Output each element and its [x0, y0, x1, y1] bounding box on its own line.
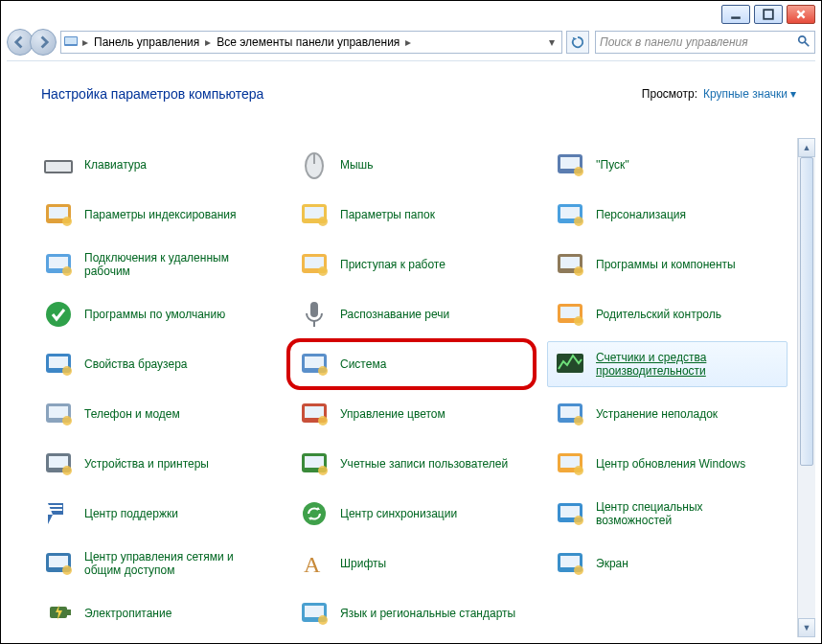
svg-point-60 — [318, 466, 328, 475]
cp-item-label: Управление цветом — [340, 407, 445, 421]
content-header: Настройка параметров компьютера Просмотр… — [7, 61, 815, 113]
cp-item-start-menu-props[interactable]: ''Пуск'' — [547, 142, 788, 188]
svg-rect-80 — [305, 606, 324, 617]
cp-item-windows-update[interactable]: Центр обновления Windows — [547, 441, 788, 487]
cp-item-network-sharing[interactable]: Центр управления сетями и общим доступом — [35, 540, 276, 586]
scroll-thumb[interactable] — [800, 157, 813, 466]
breadcrumb-sep: ▸ — [82, 35, 88, 49]
svg-rect-13 — [560, 157, 580, 169]
cp-item-devices-printers[interactable]: Устройства и принтеры — [35, 441, 276, 487]
search-icon[interactable] — [797, 34, 811, 51]
view-dropdown[interactable]: Крупные значки ▾ — [703, 87, 796, 101]
cp-item-label: Персонализация — [596, 208, 686, 221]
svg-rect-59 — [305, 456, 324, 468]
scroll-up-button[interactable]: ▲ — [798, 138, 815, 157]
cp-item-user-accounts[interactable]: Учетные записи пользователей — [291, 441, 532, 487]
windows-update-icon — [554, 448, 586, 480]
svg-point-14 — [574, 167, 583, 176]
breadcrumb-sep: ▸ — [205, 35, 211, 49]
cp-item-label: Центр обновления Windows — [596, 457, 745, 471]
start-menu-props-icon — [554, 149, 586, 181]
svg-point-51 — [318, 416, 328, 426]
cp-item-color-mgmt[interactable]: Управление цветом — [291, 391, 532, 437]
cp-item-display[interactable]: Экран — [547, 540, 788, 586]
close-button[interactable] — [787, 5, 815, 24]
svg-rect-56 — [49, 456, 68, 468]
cp-item-label: Программы по умолчанию — [84, 308, 225, 321]
cp-item-performance[interactable]: Счетчики и средства производительности — [547, 341, 788, 387]
breadcrumb-item[interactable]: Панель управления — [94, 35, 199, 49]
cp-item-label: Счетчики и средства производительности — [596, 351, 778, 379]
internet-options-icon — [42, 348, 75, 380]
troubleshoot-icon — [554, 398, 586, 430]
svg-rect-68 — [560, 506, 580, 518]
cp-item-label: Центр управления сетями и общим доступом — [84, 550, 266, 578]
svg-point-32 — [574, 266, 583, 276]
svg-rect-9 — [46, 162, 71, 172]
cp-item-mouse[interactable]: Мышь — [291, 142, 532, 188]
forward-button[interactable] — [30, 29, 57, 56]
cp-item-label: Свойства браузера — [84, 357, 188, 371]
svg-point-38 — [574, 316, 583, 326]
power-icon — [42, 597, 75, 630]
svg-rect-25 — [49, 257, 68, 268]
mouse-icon — [298, 149, 331, 181]
address-dropdown-icon[interactable]: ▾ — [544, 35, 559, 49]
cp-item-sync-center[interactable]: Центр синхронизации — [291, 491, 532, 537]
speech-icon — [298, 298, 331, 331]
svg-rect-34 — [310, 302, 318, 317]
cp-item-phone-modem[interactable]: Телефон и модем — [35, 391, 276, 437]
cp-item-internet-options[interactable]: Свойства браузера — [35, 341, 276, 387]
cp-item-personalization[interactable]: Персонализация — [547, 192, 788, 238]
breadcrumb-item[interactable]: Все элементы панели управления — [217, 35, 400, 49]
cp-item-remote-app[interactable]: Подключения к удаленным рабочим — [35, 242, 276, 288]
fonts-icon: A — [298, 547, 331, 580]
cp-item-folder-options[interactable]: Параметры папок — [291, 192, 532, 238]
cp-item-region-language[interactable]: Язык и региональные стандарты — [291, 590, 532, 636]
refresh-button[interactable] — [566, 31, 589, 54]
cp-item-action-center[interactable]: Центр поддержки — [35, 491, 276, 537]
svg-rect-47 — [49, 406, 68, 418]
cp-item-keyboard[interactable]: Клавиатура — [35, 142, 276, 188]
window-controls — [721, 5, 815, 24]
cp-item-label: Экран — [596, 557, 628, 570]
content-area: Настройка параметров компьютера Просмотр… — [7, 60, 815, 637]
cp-item-label: Учетные записи пользователей — [340, 457, 508, 471]
ease-of-access-icon — [554, 497, 586, 530]
minimize-button[interactable] — [721, 5, 750, 24]
cp-item-indexing[interactable]: Параметры индексирования — [35, 192, 276, 238]
cp-item-ease-of-access[interactable]: Центр специальных возможностей — [547, 491, 788, 537]
control-panel-icon — [63, 34, 79, 50]
address-bar[interactable]: ▸ Панель управления ▸ Все элементы панел… — [60, 31, 562, 54]
user-accounts-icon — [298, 448, 331, 480]
svg-point-23 — [574, 217, 583, 226]
svg-point-81 — [318, 615, 328, 625]
svg-point-66 — [303, 502, 326, 525]
keyboard-icon — [42, 149, 75, 181]
cp-item-power[interactable]: Электропитание — [35, 590, 276, 636]
svg-point-76 — [574, 565, 583, 575]
cp-item-speech[interactable]: Распознавание речи — [291, 291, 532, 337]
cp-item-programs[interactable]: Программы и компоненты — [547, 242, 788, 288]
cp-item-label: Центр синхронизации — [340, 507, 457, 520]
cp-item-system[interactable]: Система — [291, 341, 532, 387]
cp-item-troubleshoot[interactable]: Устранение неполадок — [547, 391, 788, 437]
cp-item-parental[interactable]: Родительский контроль — [547, 291, 788, 337]
items-grid: КлавиатураМышь''Пуск''Параметры индексир… — [7, 138, 797, 637]
sync-center-icon — [298, 497, 331, 530]
svg-point-72 — [62, 565, 72, 575]
svg-point-26 — [62, 266, 72, 276]
scroll-down-button[interactable]: ▼ — [798, 618, 815, 637]
maximize-button[interactable] — [754, 5, 783, 24]
default-programs-icon — [42, 298, 75, 331]
cp-item-getting-started[interactable]: Приступая к работе — [291, 242, 532, 288]
svg-point-20 — [318, 217, 328, 226]
svg-point-54 — [574, 416, 583, 426]
scrollbar[interactable]: ▲ ▼ — [797, 138, 815, 637]
svg-rect-19 — [305, 207, 324, 218]
cp-item-fonts[interactable]: AШрифты — [291, 540, 532, 586]
cp-item-default-programs[interactable]: Программы по умолчанию — [35, 291, 276, 337]
search-box[interactable]: Поиск в панели управления — [595, 31, 815, 54]
svg-point-29 — [318, 266, 328, 276]
view-value: Крупные значки — [703, 87, 788, 101]
